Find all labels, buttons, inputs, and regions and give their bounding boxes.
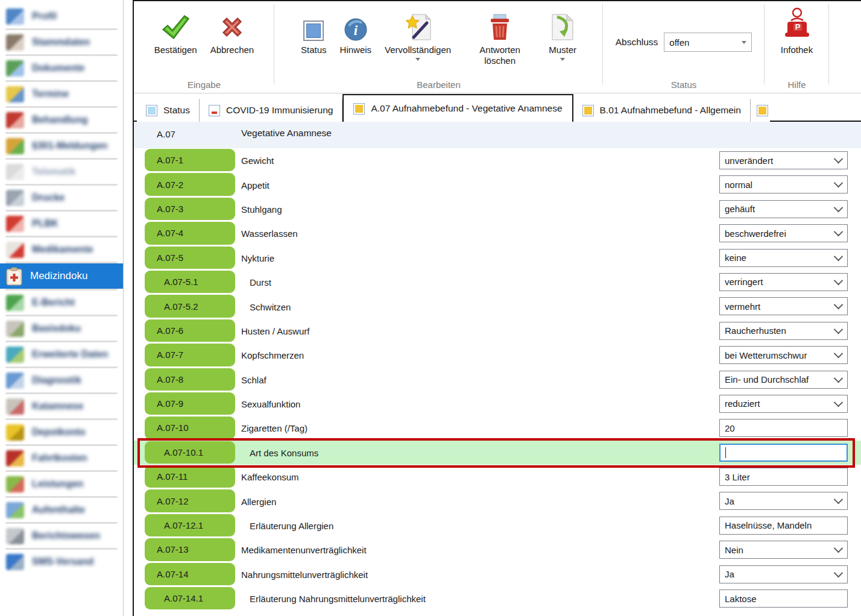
muster-button[interactable]: Muster <box>549 6 576 61</box>
form-row-a-07-10: A.07-10Zigaretten (/Tag)20 <box>134 416 861 440</box>
chevron-down-icon <box>834 325 844 335</box>
row-input-a-07-11[interactable]: 3 Liter <box>719 468 848 486</box>
row-select-a-07-6[interactable]: Raucherhusten <box>719 322 848 340</box>
sidebar-item-berichtswesen[interactable]: Berichtswesen <box>0 524 123 548</box>
row-label: Appetit <box>241 180 270 190</box>
form-row-a-07-5: A.07-5Nykturiekeine <box>134 246 861 270</box>
sidebar-item-termine[interactable]: Termine <box>0 82 123 106</box>
row-code-badge[interactable]: A.07-14 <box>145 563 235 585</box>
abschluss-dropdown[interactable]: offen <box>664 33 752 52</box>
sidebar-item-profil[interactable]: Profil <box>0 4 123 28</box>
tab-a-07-aufnahmebefund-vegetative-anamnese[interactable]: A.07 Aufnahmebefund - Vegetative Anamnes… <box>342 94 573 122</box>
row-label: Art des Konsums <box>250 447 318 457</box>
row-input-a-07-10[interactable]: 20 <box>719 419 848 437</box>
control-value: 20 <box>725 423 735 433</box>
antworten-l-schen-button[interactable]: Antworten löschen <box>464 6 535 66</box>
sidebar-item-telematik[interactable]: Telematik <box>0 160 123 184</box>
tab-partial[interactable] <box>751 99 770 122</box>
row-label: Durst <box>250 277 271 288</box>
sidebar-item-plbk[interactable]: PLBK <box>0 212 123 236</box>
row-code-badge[interactable]: A.07-12 <box>145 489 235 512</box>
sidebar-item-katamnese[interactable]: Katamnese <box>0 394 123 418</box>
tab-b-01-aufnahmebefund-allgemein[interactable]: B.01 Aufnahmebefund - Allgemein <box>573 99 751 122</box>
sidebar-item-depotkonto[interactable]: Depotkonto <box>0 420 123 444</box>
tab-blue-icon <box>146 105 157 116</box>
control-value: gehäuft <box>725 204 755 214</box>
row-label: Erläuterung Allergien <box>250 521 333 531</box>
row-code-badge[interactable]: A.07-13 <box>145 538 235 561</box>
sidebar-item-erweiterte-daten[interactable]: Erweiterte Daten <box>0 342 123 366</box>
row-select-a-07-1[interactable]: unverändert <box>719 151 848 169</box>
status-button[interactable]: Status <box>301 6 327 55</box>
row-code-badge[interactable]: A.07-5.2 <box>145 295 235 317</box>
treatment-icon <box>6 112 24 128</box>
row-code-badge[interactable]: A.07-11 <box>145 465 235 488</box>
row-input-a-07-10-1[interactable] <box>719 444 848 462</box>
sidebar-item-behandlung[interactable]: Behandlung <box>0 108 123 132</box>
row-code-badge[interactable]: A.07-10 <box>145 416 235 439</box>
sidebar-item-medizindoku[interactable]: Medizindoku <box>0 263 123 289</box>
row-code-badge[interactable]: A.07-8 <box>145 368 235 391</box>
row-label: Schwitzen <box>250 301 291 312</box>
sidebar-item-301-meldungen[interactable]: §301-Meldungen <box>0 134 123 158</box>
row-label: Kaffeekonsum <box>241 472 299 482</box>
row-label: Sexualfunktion <box>241 399 300 409</box>
sidebar-item-aufenthalte[interactable]: Aufenthalte <box>0 498 123 522</box>
row-code-badge[interactable]: A.07-6 <box>145 319 235 342</box>
sidebar-item-label: E-Bericht <box>32 297 75 308</box>
sidebar-item-medikamente[interactable]: Medikamente <box>0 237 123 262</box>
row-select-a-07-8[interactable]: Ein- und Durchschlaf <box>719 371 848 389</box>
sidebar-item-leistungen[interactable]: Leistungen <box>0 472 123 496</box>
sidebar-item-drucke[interactable]: Drucke <box>0 186 123 210</box>
sidebar-item-dokumente[interactable]: Dokumente <box>0 56 123 80</box>
chevron-down-icon <box>834 178 844 188</box>
sidebar-item-diagnostik[interactable]: Diagnostik <box>0 368 123 392</box>
row-select-a-07-4[interactable]: beschwerdefrei <box>719 224 848 242</box>
infothek-button[interactable]: PInfothek <box>781 6 813 55</box>
sidebar-item-sms-versand[interactable]: SMS-Versand <box>0 550 123 574</box>
row-select-a-07-13[interactable]: Nein <box>719 541 848 559</box>
row-select-a-07-14[interactable]: Ja <box>719 565 848 583</box>
row-input-a-07-12-1[interactable]: Haselnüsse, Mandeln <box>719 517 848 535</box>
row-code-badge[interactable]: A.07-1 <box>145 149 235 171</box>
row-code-badge[interactable]: A.07-5 <box>145 247 235 269</box>
row-select-a-07-5[interactable]: keine <box>719 249 848 267</box>
row-code-badge[interactable]: A.07-2 <box>145 173 235 195</box>
button-label: Abbrechen <box>210 45 254 55</box>
vervollst-ndigen-button[interactable]: Vervollständigen <box>385 6 451 61</box>
abbrechen-button[interactable]: Abbrechen <box>210 6 254 55</box>
sidebar-item-basisdoku[interactable]: Basisdoku <box>0 316 123 341</box>
row-select-a-07-3[interactable]: gehäuft <box>719 200 848 218</box>
row-select-a-07-5-1[interactable]: verringert <box>719 273 848 291</box>
row-select-a-07-7[interactable]: bei Wetterumschwur <box>719 346 848 364</box>
abschluss-value: offen <box>669 37 689 48</box>
hinweis-button[interactable]: iHinweis <box>340 6 372 55</box>
row-code-badge[interactable]: A.07-12.1 <box>145 514 235 536</box>
sidebar-item-e-bericht[interactable]: E-Bericht <box>0 291 123 315</box>
sidebar-item-fahrtkosten[interactable]: Fahrtkosten <box>0 446 123 470</box>
row-select-a-07-2[interactable]: normal <box>719 175 848 193</box>
row-code-badge[interactable]: A.07-10.1 <box>145 441 235 464</box>
row-code-badge[interactable]: A.07-4 <box>145 222 235 244</box>
prints-icon <box>6 190 24 206</box>
best-tigen-button[interactable]: Bestätigen <box>154 6 197 55</box>
row-select-a-07-12[interactable]: Ja <box>719 492 848 510</box>
sidebar-item-label: Medizindoku <box>30 270 87 282</box>
sidebar-item-stammdaten[interactable]: Stammdaten <box>0 30 123 54</box>
row-code-badge[interactable]: A.07-14.1 <box>145 587 235 609</box>
wand-document-icon <box>404 6 432 41</box>
row-label: Erläuterung Nahrungsmittelunverträglichk… <box>250 594 426 604</box>
row-input-a-07-14-1[interactable]: Laktose <box>719 589 848 608</box>
row-code-badge[interactable]: A.07-5.1 <box>145 271 235 293</box>
button-label: Status <box>301 45 327 55</box>
control-value: unverändert <box>725 156 773 166</box>
row-code-badge[interactable]: A.07-3 <box>145 198 235 220</box>
row-code-badge[interactable]: A.07-9 <box>145 392 235 415</box>
tab-status[interactable]: Status <box>137 99 200 122</box>
tab-covid-icon <box>209 105 220 116</box>
row-code-badge[interactable]: A.07-7 <box>145 344 235 366</box>
e-report-icon <box>6 295 24 311</box>
tab-covid-19-immunisierung[interactable]: COVID-19 Immunisierung <box>200 99 342 122</box>
row-select-a-07-9[interactable]: reduziert <box>719 395 848 413</box>
row-select-a-07-5-2[interactable]: vermehrt <box>719 297 848 315</box>
